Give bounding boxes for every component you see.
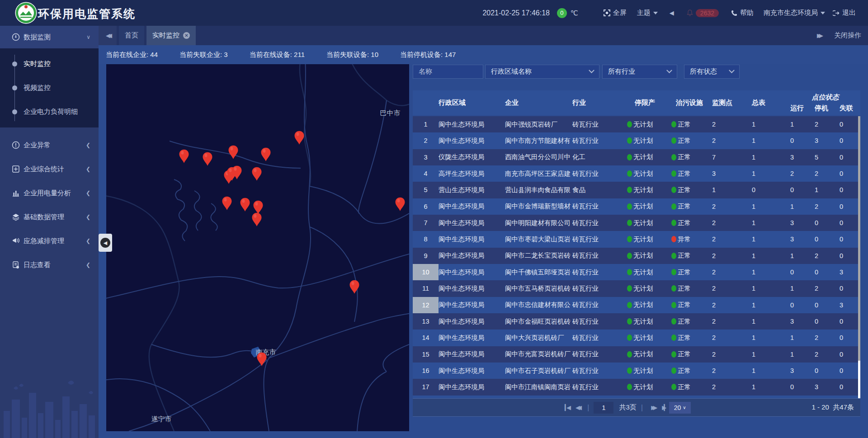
cell-lost: 0 bbox=[840, 219, 860, 226]
cell-monitor: 2 bbox=[712, 252, 752, 259]
sidebar-item-log-view[interactable]: 日志查看 ❮ bbox=[0, 254, 99, 276]
status-dot-icon bbox=[627, 121, 632, 127]
prev-page-button[interactable]: ◀◀ bbox=[576, 404, 579, 411]
double-right-arrow-icon[interactable]: ▶▶ bbox=[817, 32, 821, 39]
col-industry: 行业 bbox=[572, 99, 627, 107]
map-pin-icon[interactable] bbox=[260, 147, 271, 162]
map-pin-icon[interactable] bbox=[251, 212, 262, 227]
map-pin-icon[interactable] bbox=[256, 352, 267, 367]
org-dropdown[interactable]: 南充市生态环境局 bbox=[764, 9, 825, 17]
sidebar-item-enterprise-abnormal[interactable]: 企业异常 ❮ bbox=[0, 134, 99, 156]
cell-lost: 0 bbox=[840, 252, 860, 259]
map-pin-icon[interactable] bbox=[395, 197, 406, 212]
close-icon[interactable]: ✕ bbox=[183, 32, 190, 39]
cell-stop: 无计划 bbox=[627, 367, 671, 375]
mute-button[interactable]: ◀ bbox=[670, 9, 674, 16]
cell-company: 阆中市光富页岩机砖厂 bbox=[505, 350, 572, 358]
cell-lost: 0 bbox=[840, 203, 860, 210]
cell-monitor: 2 bbox=[712, 285, 752, 292]
tab-realtime-monitoring[interactable]: 实时监控 ✕ bbox=[146, 26, 196, 45]
table-scrollbar[interactable] bbox=[858, 116, 860, 399]
cell-run: 0 bbox=[790, 383, 815, 391]
map-pin-icon[interactable] bbox=[179, 149, 189, 164]
status-dot-icon bbox=[671, 334, 676, 341]
table-row[interactable]: 9 阆中生态环境局 阆中市二龙长宝页岩砖 砖瓦行业 无计划 正常 2 1 1 2… bbox=[413, 248, 860, 264]
sidebar-subitem-power-load-detail[interactable]: 企业电力负荷明细 bbox=[0, 100, 99, 124]
table-row[interactable]: 4 高坪生态环境局 南充市高坪区王家店建 砖瓦行业 无计划 正常 3 1 2 2… bbox=[413, 165, 860, 182]
scrollbar-thumb[interactable] bbox=[858, 116, 860, 361]
table-row[interactable]: 10 阆中生态环境局 阆中千佛镇五郎垭页岩 砖瓦行业 无计划 正常 2 1 0 … bbox=[413, 264, 860, 280]
table-row[interactable]: 1 阆中生态环境局 阆中强锐页岩砖厂 砖瓦行业 无计划 正常 2 1 1 2 0 bbox=[413, 116, 860, 132]
theme-dropdown[interactable]: 主题 bbox=[637, 9, 658, 17]
last-page-button[interactable]: ▶▎ bbox=[662, 404, 665, 411]
table-row[interactable]: 5 营山生态环境局 营山县润丰肉食品有限 食品 无计划 正常 1 0 0 1 0 bbox=[413, 182, 860, 198]
logout-button[interactable]: 退出 bbox=[833, 9, 856, 17]
sidebar-item-emergency-reduction[interactable]: 应急减排管理 ❮ bbox=[0, 230, 99, 252]
sidebar-item-base-data-management[interactable]: 基础数据管理 ❮ bbox=[0, 206, 99, 228]
cell-halt: 2 bbox=[815, 351, 840, 358]
table-row[interactable]: 2 阆中生态环境局 阆中市南方节能建材有 砖瓦行业 无计划 正常 2 1 0 3… bbox=[413, 132, 860, 149]
close-operations-button[interactable]: 关闭操作 bbox=[834, 31, 861, 40]
next-page-button[interactable]: ▶▶ bbox=[651, 404, 655, 411]
cell-lost: 0 bbox=[840, 334, 860, 341]
map-pin-icon[interactable] bbox=[228, 145, 239, 160]
tabs-scroll-left-button[interactable]: ◀◀ bbox=[99, 26, 117, 45]
cell-halt: 0 bbox=[815, 219, 840, 226]
status-dot-icon bbox=[671, 351, 676, 358]
map-pin-icon[interactable] bbox=[202, 152, 213, 166]
cell-meter: 1 bbox=[752, 235, 790, 243]
sidebar-item-power-usage-analysis[interactable]: 企业用电量分析 ❮ bbox=[0, 182, 99, 204]
map-pin-icon[interactable] bbox=[349, 280, 360, 294]
cell-company: 阆中市二龙长宝页岩砖 bbox=[505, 251, 572, 260]
cell-region: 阆中生态环境局 bbox=[439, 334, 505, 342]
table-row[interactable]: 8 阆中生态环境局 阆中市枣碧大梁山页岩 砖瓦行业 无计划 异常 2 1 3 0… bbox=[413, 231, 860, 247]
col-facility: 治污设施 bbox=[671, 99, 712, 107]
cell-industry: 砖瓦行业 bbox=[572, 317, 627, 326]
notifications[interactable]: 2632 bbox=[687, 9, 719, 17]
table-row[interactable]: 7 阆中生态环境局 阆中明阳建材有限公司 砖瓦行业 无计划 正常 2 1 3 0… bbox=[413, 215, 860, 231]
table-row[interactable]: 16 阆中生态环境局 阆中市石子页岩机砖厂 砖瓦行业 无计划 正常 2 1 3 … bbox=[413, 363, 860, 379]
cell-region: 阆中生态环境局 bbox=[439, 137, 505, 145]
map-collapse-button[interactable]: ◀ bbox=[99, 234, 112, 252]
table-row[interactable]: 3 仪陇生态环境局 西南油气田分公司川中 化工 无计划 正常 7 1 3 5 0 bbox=[413, 149, 860, 165]
table-row[interactable]: 17 阆中生态环境局 阆中市江南镇阆南页岩 砖瓦行业 无计划 正常 2 1 0 … bbox=[413, 379, 860, 395]
status-filter-select[interactable]: 所有状态 bbox=[684, 65, 740, 79]
cell-meter: 1 bbox=[752, 219, 790, 226]
row-number: 2 bbox=[413, 132, 439, 149]
industry-filter-select[interactable]: 所有行业 bbox=[602, 65, 677, 79]
name-filter-input[interactable]: 名称 bbox=[413, 65, 483, 79]
row-number: 3 bbox=[413, 149, 439, 165]
chevron-down-icon bbox=[653, 12, 658, 14]
map-panel[interactable]: 巴中市南充市遂宁市 bbox=[106, 64, 409, 431]
table-row[interactable]: 14 阆中生态环境局 阆中大兴页岩机砖厂 砖瓦行业 无计划 正常 2 1 1 2… bbox=[413, 330, 860, 346]
region-filter-select[interactable]: 行政区域名称 bbox=[485, 65, 599, 79]
status-dot-icon bbox=[671, 220, 676, 226]
cell-halt: 2 bbox=[815, 121, 840, 128]
tab-home[interactable]: 首页 bbox=[119, 26, 144, 45]
cell-meter: 1 bbox=[752, 252, 790, 259]
map-pin-icon[interactable] bbox=[251, 167, 262, 181]
cell-run: 0 bbox=[790, 186, 815, 193]
table-row[interactable]: 11 阆中生态环境局 阆中市五马桥页岩机砖 砖瓦行业 无计划 正常 2 1 1 … bbox=[413, 280, 860, 297]
cell-region: 阆中生态环境局 bbox=[439, 350, 505, 358]
table-row[interactable]: 12 阆中生态环境局 阆中市忠信建材有限公 砖瓦行业 无计划 正常 2 1 0 … bbox=[413, 297, 860, 313]
fullscreen-button[interactable]: 全屏 bbox=[604, 9, 627, 17]
table-row[interactable]: 13 阆中生态环境局 阆中市金福旺页岩机砖 砖瓦行业 无计划 正常 2 1 3 … bbox=[413, 313, 860, 330]
sidebar-subitem-realtime-monitoring[interactable]: 实时监控 bbox=[0, 52, 99, 76]
sidebar-subitem-video-monitoring[interactable]: 视频监控 bbox=[0, 76, 99, 100]
table-row[interactable]: 15 阆中生态环境局 阆中市光富页岩机砖厂 砖瓦行业 无计划 正常 2 1 1 … bbox=[413, 346, 860, 363]
page-size-select[interactable]: 20∨ bbox=[669, 402, 691, 414]
map-pin-icon[interactable] bbox=[222, 196, 232, 211]
map-pin-icon[interactable] bbox=[240, 198, 250, 212]
status-dot-icon bbox=[671, 137, 676, 144]
map-pin-icon[interactable] bbox=[294, 131, 305, 145]
sidebar-item-enterprise-statistics[interactable]: 企业综合统计 ❮ bbox=[0, 158, 99, 180]
map-pin-icon[interactable] bbox=[231, 165, 242, 180]
report-icon bbox=[12, 165, 20, 173]
first-page-button[interactable]: ▎◀ bbox=[565, 404, 568, 411]
sidebar-item-data-monitoring[interactable]: 数据监测 ∨ bbox=[0, 26, 99, 48]
table-row[interactable]: 6 阆中生态环境局 阆中市金博瑞新型墙材 砖瓦行业 无计划 正常 2 1 1 2… bbox=[413, 198, 860, 215]
app-logo bbox=[14, 1, 38, 24]
page-number-input[interactable]: 1 bbox=[594, 402, 613, 414]
help-button[interactable]: 帮助 bbox=[731, 9, 754, 17]
